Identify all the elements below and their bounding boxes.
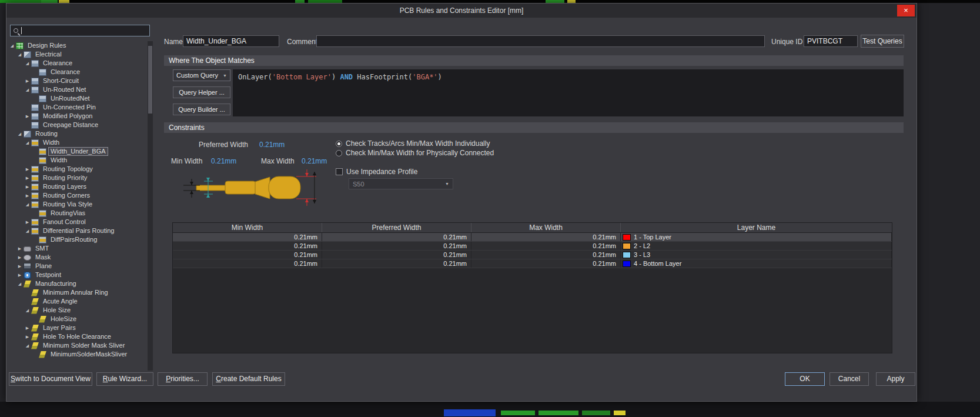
expand-arrow-icon[interactable]: ◢ <box>24 343 31 348</box>
collapse-arrow-icon[interactable]: ▶ <box>24 167 31 172</box>
expand-arrow-icon[interactable]: ◢ <box>9 44 15 48</box>
tree-item-hole-size[interactable]: ◢Hole Size <box>9 306 146 315</box>
radio-check-connected[interactable]: Check Min/Max Width for Physically Conne… <box>336 149 494 157</box>
tree-item-width[interactable]: ◢Width <box>9 138 146 147</box>
expand-arrow-icon[interactable]: ◢ <box>24 202 31 207</box>
column-header-max-width[interactable]: Max Width <box>471 223 621 232</box>
tree-item-unroutednet[interactable]: UnRoutedNet <box>9 94 146 103</box>
tree-item-width-under-bga[interactable]: Width_Under_BGA <box>9 147 146 156</box>
table-row[interactable]: 0.21mm0.21mm0.21mm4 - Bottom Layer <box>173 259 892 268</box>
ok-button[interactable]: OK <box>785 372 825 386</box>
cell-max-width[interactable]: 0.21mm <box>471 233 621 241</box>
rule-wizard-button[interactable]: Rule Wizard... <box>96 372 153 386</box>
cell-preferred-width[interactable]: 0.21mm <box>322 242 471 250</box>
tree-item-hole-to-hole-clearance[interactable]: ▶Hole To Hole Clearance <box>9 332 146 341</box>
cell-preferred-width[interactable]: 0.21mm <box>322 259 471 268</box>
test-queries-button[interactable]: Test Queries <box>861 35 904 48</box>
priorities-button[interactable]: Priorities... <box>158 372 208 386</box>
query-scope-dropdown[interactable]: Custom Query ▼ <box>173 69 230 81</box>
collapse-arrow-icon[interactable]: ▶ <box>24 326 31 331</box>
collapse-arrow-icon[interactable]: ▶ <box>24 176 31 181</box>
use-impedance-profile-checkbox[interactable]: Use Impedance Profile <box>336 168 417 176</box>
collapse-arrow-icon[interactable]: ▶ <box>24 185 31 189</box>
tree-item-modified-polygon[interactable]: ▶Modified Polygon <box>9 112 146 121</box>
collapse-arrow-icon[interactable]: ▶ <box>16 273 23 278</box>
cell-layer-name[interactable]: 2 - L2 <box>621 242 892 250</box>
preferred-width-value[interactable]: 0.21mm <box>259 141 285 149</box>
checkbox-icon[interactable] <box>336 168 343 175</box>
tree-item-holesize[interactable]: HoleSize <box>9 315 146 323</box>
tree-item-layer-pairs[interactable]: ▶Layer Pairs <box>9 323 146 332</box>
tree-item-clearance[interactable]: Clearance <box>9 68 146 76</box>
collapse-arrow-icon[interactable]: ▶ <box>16 246 23 251</box>
impedance-profile-dropdown[interactable]: S50 ▼ <box>349 178 453 189</box>
collapse-arrow-icon[interactable]: ▶ <box>24 194 31 198</box>
tree-item-differential-pairs-routing[interactable]: ◢Differential Pairs Routing <box>9 226 146 235</box>
tree-item-un-routed-net[interactable]: ◢Un-Routed Net <box>9 85 146 94</box>
tree-item-smt[interactable]: ▶SMT <box>9 244 146 253</box>
tree-item-routing-via-style[interactable]: ◢Routing Via Style <box>9 200 146 209</box>
collapse-arrow-icon[interactable]: ▶ <box>24 335 31 339</box>
column-header-min-width[interactable]: Min Width <box>173 223 322 232</box>
cell-min-width[interactable]: 0.21mm <box>173 259 322 268</box>
expand-arrow-icon[interactable]: ◢ <box>24 308 31 313</box>
column-header-preferred-width[interactable]: Preferred Width <box>322 223 471 232</box>
cell-layer-name[interactable]: 3 - L3 <box>621 251 892 259</box>
tree-item-mask[interactable]: ▶Mask <box>9 253 146 262</box>
expand-arrow-icon[interactable]: ◢ <box>16 282 23 286</box>
cell-min-width[interactable]: 0.21mm <box>173 251 322 259</box>
collapse-arrow-icon[interactable]: ▶ <box>16 264 23 269</box>
tree-item-routing-layers[interactable]: ▶Routing Layers <box>9 182 146 191</box>
tree-item-diffpairsrouting[interactable]: DiffPairsRouting <box>9 235 146 244</box>
tree-scrollbar-thumb[interactable] <box>148 46 152 114</box>
tree-item-clearance[interactable]: ◢Clearance <box>9 59 146 68</box>
tree-item-plane[interactable]: ▶Plane <box>9 262 146 271</box>
expand-arrow-icon[interactable]: ◢ <box>24 229 31 233</box>
collapse-arrow-icon[interactable]: ▶ <box>24 114 31 119</box>
create-default-rules-button[interactable]: Create Default Rules <box>212 372 285 386</box>
tree-item-routing-priority[interactable]: ▶Routing Priority <box>9 174 146 182</box>
expand-arrow-icon[interactable]: ◢ <box>24 88 31 92</box>
expand-arrow-icon[interactable]: ◢ <box>16 52 23 57</box>
tree-item-design-rules[interactable]: ◢Design Rules <box>9 41 146 50</box>
tree-item-creepage-distance[interactable]: Creepage Distance <box>9 121 146 129</box>
query-helper-button[interactable]: Query Helper ... <box>173 86 230 98</box>
tree-item-minimum-annular-ring[interactable]: Minimum Annular Ring <box>9 288 146 297</box>
tree-item-routing[interactable]: ◢Routing <box>9 129 146 138</box>
tree-item-fanout-control[interactable]: ▶Fanout Control <box>9 218 146 226</box>
search-input[interactable] <box>10 25 150 36</box>
radio-check-individually[interactable]: Check Tracks/Arcs Min/Max Width Individu… <box>336 139 490 148</box>
tree-item-routing-corners[interactable]: ▶Routing Corners <box>9 191 146 200</box>
tree-item-minimumsoldermasksliver[interactable]: MinimumSolderMaskSliver <box>9 350 146 359</box>
cell-layer-name[interactable]: 1 - Top Layer <box>621 233 892 241</box>
tree-item-electrical[interactable]: ◢Electrical <box>9 50 146 59</box>
cell-max-width[interactable]: 0.21mm <box>471 259 621 268</box>
switch-to-document-view-button[interactable]: Switch to Document View <box>9 372 92 386</box>
collapse-arrow-icon[interactable]: ▶ <box>16 255 23 260</box>
tree-scrollbar[interactable] <box>148 41 153 371</box>
cell-layer-name[interactable]: 4 - Bottom Layer <box>621 259 892 268</box>
cell-min-width[interactable]: 0.21mm <box>173 242 322 250</box>
cell-preferred-width[interactable]: 0.21mm <box>322 251 471 259</box>
tree-item-short-circuit[interactable]: ▶Short-Circuit <box>9 76 146 85</box>
table-row[interactable]: 0.21mm0.21mm0.21mm1 - Top Layer <box>173 233 892 242</box>
tree-item-un-connected-pin[interactable]: Un-Connected Pin <box>9 103 146 112</box>
close-icon[interactable]: × <box>897 5 915 16</box>
collapse-arrow-icon[interactable]: ▶ <box>24 220 31 225</box>
cell-preferred-width[interactable]: 0.21mm <box>322 233 471 241</box>
expand-arrow-icon[interactable]: ◢ <box>16 132 23 136</box>
query-builder-button[interactable]: Query Builder ... <box>173 104 230 115</box>
tree-item-width[interactable]: Width <box>9 156 146 165</box>
collapse-arrow-icon[interactable]: ▶ <box>24 79 31 84</box>
radio-icon[interactable] <box>336 150 342 156</box>
tree-item-routing-topology[interactable]: ▶Routing Topology <box>9 165 146 174</box>
table-row[interactable]: 0.21mm0.21mm0.21mm3 - L3 <box>173 251 892 259</box>
column-header-layer-name[interactable]: Layer Name <box>621 223 892 232</box>
expand-arrow-icon[interactable]: ◢ <box>24 61 31 66</box>
name-field[interactable]: Width_Under_BGA <box>183 35 279 47</box>
tree-item-minimum-solder-mask-sliver[interactable]: ◢Minimum Solder Mask Sliver <box>9 341 146 350</box>
radio-icon[interactable] <box>336 141 342 147</box>
expand-arrow-icon[interactable]: ◢ <box>24 141 31 145</box>
cell-min-width[interactable]: 0.21mm <box>173 233 322 241</box>
cancel-button[interactable]: Cancel <box>830 372 869 386</box>
